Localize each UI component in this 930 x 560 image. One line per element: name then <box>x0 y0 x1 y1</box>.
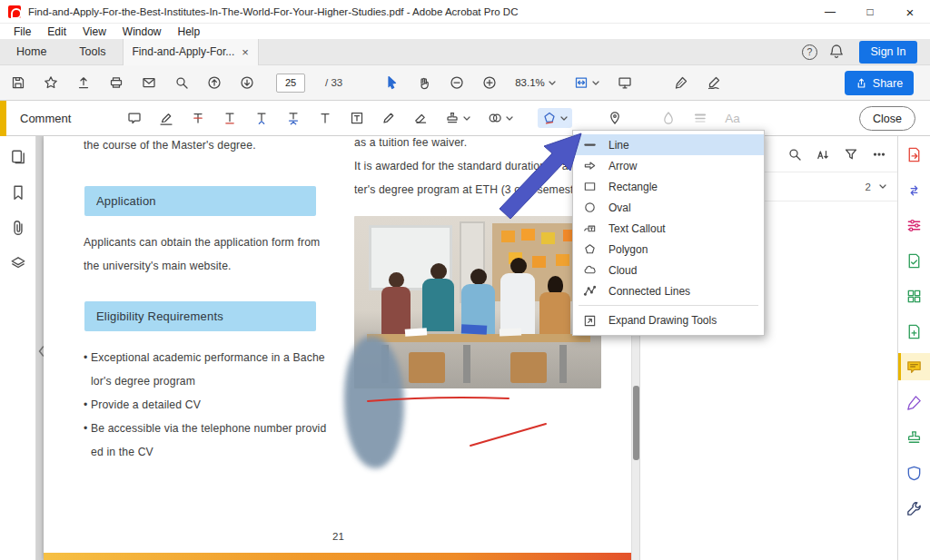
hand-tool-icon[interactable] <box>417 75 431 90</box>
tab-tools[interactable]: Tools <box>63 39 122 65</box>
pdf-page: the course of the Master's degree. Appli… <box>44 136 633 560</box>
scrollbar-thumb[interactable] <box>633 386 639 460</box>
pencil-draw-icon[interactable] <box>381 111 396 125</box>
print-icon[interactable] <box>109 75 124 90</box>
page-thumbnails-icon[interactable] <box>10 149 26 165</box>
menu-item-connected-lines[interactable]: Connected Lines <box>573 280 764 301</box>
insert-text-icon[interactable] <box>254 111 269 125</box>
close-comment-button[interactable]: Close <box>859 106 915 131</box>
chevron-down-icon <box>560 116 568 121</box>
keep-tool-pin-icon[interactable] <box>608 111 622 125</box>
signature-icon[interactable] <box>707 75 721 90</box>
next-page-icon[interactable] <box>240 75 254 90</box>
menu-item-oval[interactable]: Oval <box>573 197 764 218</box>
comments-count: 2 <box>866 182 871 192</box>
fill-sign-pen-icon[interactable] <box>674 75 688 90</box>
sign-in-button[interactable]: Sign In <box>859 41 917 64</box>
doc-bullet: • Provide a detailed CV <box>84 398 201 411</box>
menu-window[interactable]: Window <box>114 25 170 38</box>
menu-item-polygon[interactable]: Polygon <box>573 239 764 260</box>
rail-create-pdf[interactable] <box>898 176 930 203</box>
sticky-note-icon[interactable] <box>127 111 142 125</box>
save-icon[interactable] <box>11 75 25 90</box>
acrobat-logo-icon <box>8 5 21 18</box>
share-button[interactable]: Share <box>845 71 914 95</box>
help-icon[interactable]: ? <box>802 44 817 60</box>
search-comments-icon[interactable] <box>787 147 802 162</box>
fit-width-control[interactable] <box>574 75 599 90</box>
tab-bar: Home Tools Find-and-Apply-For... × ? Sig… <box>0 39 930 65</box>
replace-text-icon[interactable] <box>286 111 301 125</box>
rail-more-tools[interactable] <box>898 495 930 522</box>
filter-comments-icon[interactable] <box>844 147 858 162</box>
add-text-comment-icon[interactable] <box>318 111 332 125</box>
menu-item-text-callout[interactable]: Text Callout <box>573 218 764 239</box>
stamp-tool[interactable] <box>445 111 470 125</box>
menu-help[interactable]: Help <box>170 25 209 38</box>
share-icon <box>856 77 867 89</box>
line-icon <box>583 138 597 152</box>
doc-text: ter's degree program at ETH (3 or 4 seme… <box>354 183 589 196</box>
sort-comments-icon[interactable] <box>816 147 830 162</box>
rail-organize-pages[interactable] <box>898 282 930 309</box>
menu-item-arrow[interactable]: Arrow <box>573 155 764 176</box>
attach-shapes-tool[interactable] <box>488 111 513 125</box>
rail-protect[interactable] <box>898 459 930 486</box>
rail-fill-sign[interactable] <box>898 388 930 416</box>
acrobat-window: Find-and-Apply-For-the-Best-Institutes-I… <box>0 0 930 560</box>
email-icon[interactable] <box>142 75 156 90</box>
text-box-icon[interactable] <box>350 111 364 125</box>
menu-item-cloud[interactable]: Cloud <box>573 260 764 280</box>
rail-export-pdf[interactable] <box>898 141 930 168</box>
drawing-tools-button[interactable] <box>538 108 572 128</box>
close-window-button[interactable]: × <box>890 0 930 24</box>
underline-text-icon[interactable] <box>223 111 237 125</box>
zoom-level-control[interactable]: 83.1% <box>515 77 556 88</box>
options-overflow-icon[interactable] <box>872 147 886 162</box>
line-weight-icon <box>693 111 707 125</box>
star-icon[interactable] <box>44 75 58 90</box>
close-tab-icon[interactable]: × <box>242 45 249 59</box>
notifications-bell-icon[interactable] <box>828 44 845 60</box>
highlighter-icon[interactable] <box>159 111 173 125</box>
doc-text: the university's main website. <box>84 260 232 272</box>
rail-enhance-doc[interactable] <box>898 318 930 345</box>
attachments-paperclip-icon[interactable] <box>10 220 26 236</box>
bookmarks-icon[interactable] <box>10 184 26 201</box>
menu-item-line[interactable]: Line <box>573 134 764 155</box>
previous-page-icon[interactable] <box>207 75 222 90</box>
title-bar: Find-and-Apply-For-the-Best-Institutes-I… <box>0 0 930 24</box>
rail-stamp[interactable] <box>898 424 930 451</box>
doc-bullet: • Be accessible via the telephone number… <box>84 422 326 435</box>
strikethrough-text-icon[interactable] <box>191 111 205 125</box>
layers-icon[interactable] <box>10 255 26 271</box>
rail-convert-doc[interactable] <box>898 247 930 274</box>
menu-item-expand-drawing-tools[interactable]: Expand Drawing Tools <box>573 309 764 331</box>
tab-home[interactable]: Home <box>0 39 63 65</box>
rail-comment-active[interactable] <box>898 353 930 380</box>
doc-heading-eligibility: Eligibility Requirements <box>84 301 316 331</box>
chevron-down-icon <box>506 116 513 121</box>
collapse-panel-arrow[interactable] <box>36 338 46 365</box>
tab-document[interactable]: Find-and-Apply-For... × <box>123 39 259 65</box>
display-settings-icon[interactable] <box>618 75 632 90</box>
menu-file[interactable]: File <box>5 25 39 38</box>
menu-item-rectangle[interactable]: Rectangle <box>573 176 764 197</box>
zoom-out-icon[interactable] <box>450 75 464 90</box>
text-callout-icon <box>583 221 597 235</box>
eraser-icon[interactable] <box>413 111 428 125</box>
minimize-button[interactable]: — <box>810 0 850 24</box>
chevron-down-icon <box>879 184 886 189</box>
page-number-input[interactable]: 25 <box>276 74 305 93</box>
comment-mode-accent <box>0 101 6 136</box>
text-properties-label: Aa <box>725 112 740 125</box>
maximize-button[interactable]: □ <box>850 0 890 24</box>
oval-icon <box>583 201 597 214</box>
search-icon[interactable] <box>174 75 189 90</box>
rail-edit-pdf[interactable] <box>898 211 930 239</box>
select-tool-icon[interactable] <box>384 75 399 90</box>
zoom-in-icon[interactable] <box>482 75 497 90</box>
upload-share-icon[interactable] <box>76 75 91 90</box>
menu-edit[interactable]: Edit <box>39 25 74 38</box>
menu-view[interactable]: View <box>74 25 114 38</box>
